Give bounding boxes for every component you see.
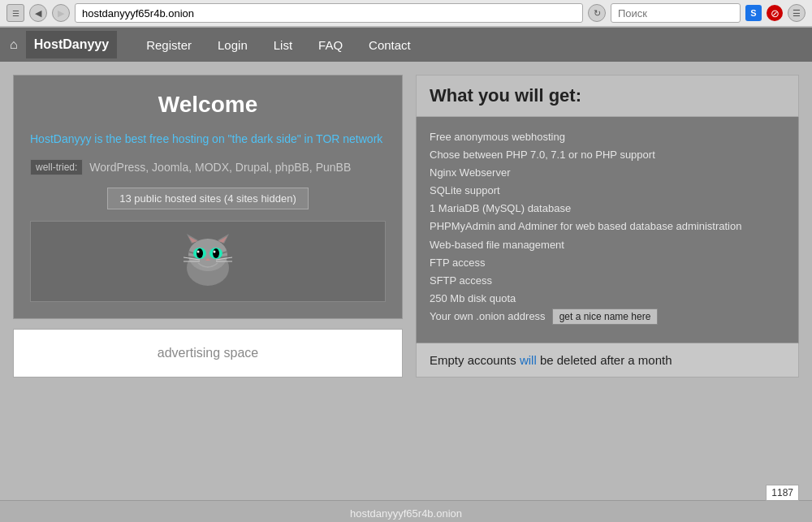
page-footer: hostdanyyyf65r4b.onion bbox=[0, 500, 812, 522]
warning-text-part2: be deleted after a month bbox=[537, 353, 672, 367]
advertising-text: advertising space bbox=[158, 346, 259, 360]
warning-text-part1: Empty accounts bbox=[430, 353, 520, 367]
nav-login[interactable]: Login bbox=[205, 32, 261, 58]
feature-4: SQLite support bbox=[430, 182, 785, 200]
left-panel: Welcome HostDanyyy is the best free host… bbox=[13, 75, 403, 377]
feature-10: 250 Mb disk quota bbox=[430, 290, 785, 308]
stop-icon[interactable]: ⊘ bbox=[767, 5, 783, 21]
reload-button[interactable]: ↻ bbox=[588, 4, 606, 22]
warning-box: Empty accounts will be deleted after a m… bbox=[416, 343, 799, 377]
nav-links: Register Login List FAQ Contact bbox=[133, 32, 424, 58]
nav-register[interactable]: Register bbox=[133, 32, 205, 58]
app-menu-button[interactable]: ☰ bbox=[6, 4, 24, 22]
browser-chrome: ☰ ◀ ▶ ↻ S ⊘ ☰ bbox=[0, 0, 812, 28]
site-title[interactable]: HostDanyyy bbox=[26, 31, 117, 58]
well-tried-badge: well-tried: bbox=[30, 159, 83, 175]
hamburger-menu[interactable]: ☰ bbox=[788, 4, 806, 22]
svg-point-12 bbox=[197, 248, 203, 258]
feature-11: Your own .onion address get a nice name … bbox=[430, 308, 785, 326]
advertising-box: advertising space bbox=[13, 329, 403, 377]
sites-badge: 13 public hosted sites (4 sites hidden) bbox=[107, 188, 309, 209]
welcome-description: HostDanyyy is the best free hosting on "… bbox=[30, 131, 386, 148]
feature-1: Free anonymous webhosting bbox=[430, 128, 785, 146]
feature-3: Nginx Webserver bbox=[430, 164, 785, 182]
feature-7: Web-based file management bbox=[430, 236, 785, 254]
content-row: Welcome HostDanyyy is the best free host… bbox=[13, 75, 799, 377]
right-panel: What you will get: Free anonymous webhos… bbox=[416, 75, 799, 377]
nav-list[interactable]: List bbox=[261, 32, 305, 58]
browser-toolbar: ☰ ◀ ▶ ↻ S ⊘ ☰ bbox=[0, 0, 812, 27]
counter-badge: 1187 bbox=[766, 485, 799, 501]
footer-domain: hostdanyyyf65r4b.onion bbox=[350, 507, 462, 520]
nav-contact[interactable]: Contact bbox=[356, 32, 424, 58]
address-bar[interactable] bbox=[75, 3, 583, 23]
cat-image bbox=[175, 229, 240, 294]
right-title: What you will get: bbox=[416, 75, 799, 117]
warning-will: will bbox=[520, 353, 537, 367]
cat-image-box bbox=[30, 221, 386, 302]
sync-icon[interactable]: S bbox=[745, 5, 762, 21]
sites-badge-wrapper: 13 public hosted sites (4 sites hidden) bbox=[30, 188, 386, 221]
svg-point-13 bbox=[213, 248, 219, 258]
forward-button[interactable]: ▶ bbox=[52, 4, 70, 22]
site-navbar: ⌂ HostDanyyy Register Login List FAQ Con… bbox=[0, 28, 812, 62]
onion-address-label: Your own .onion address bbox=[430, 308, 546, 326]
welcome-title: Welcome bbox=[30, 92, 386, 118]
well-tried-list: WordPress, Joomla, MODX, Drupal, phpBB, … bbox=[89, 159, 351, 176]
feature-9: SFTP access bbox=[430, 272, 785, 290]
well-tried-row: well-tried: WordPress, Joomla, MODX, Dru… bbox=[30, 159, 386, 176]
feature-5: 1 MariaDB (MySQL) database bbox=[430, 200, 785, 218]
nav-faq[interactable]: FAQ bbox=[305, 32, 356, 58]
svg-point-15 bbox=[214, 251, 216, 253]
features-box: Free anonymous webhosting Chose between … bbox=[416, 117, 799, 343]
nice-name-button[interactable]: get a nice name here bbox=[552, 308, 659, 325]
feature-6: PHPMyAdmin and Adminer for web based dat… bbox=[430, 218, 785, 235]
welcome-box: Welcome HostDanyyy is the best free host… bbox=[13, 75, 403, 319]
feature-2: Chose between PHP 7.0, 7.1 or no PHP sup… bbox=[430, 146, 785, 164]
back-button[interactable]: ◀ bbox=[29, 4, 47, 22]
home-icon[interactable]: ⌂ bbox=[6, 34, 21, 55]
feature-8: FTP access bbox=[430, 254, 785, 272]
search-input[interactable] bbox=[611, 3, 741, 23]
svg-point-14 bbox=[197, 251, 200, 253]
main-content: Welcome HostDanyyy is the best free host… bbox=[0, 62, 812, 500]
